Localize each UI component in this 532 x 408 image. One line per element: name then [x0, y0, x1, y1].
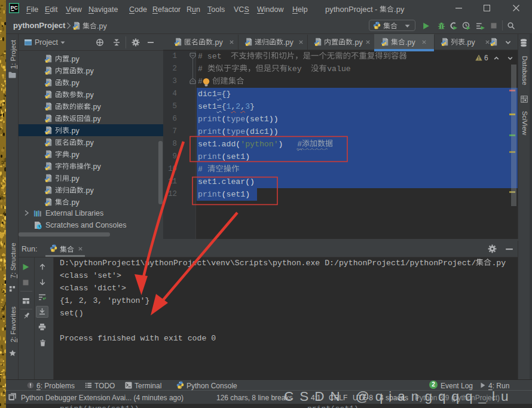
- svg-text:PC: PC: [11, 5, 18, 11]
